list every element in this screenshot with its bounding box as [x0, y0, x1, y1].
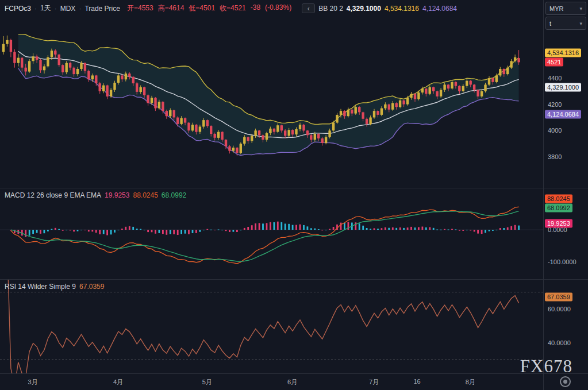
symbol-name[interactable]: FCPOc3	[5, 5, 31, 13]
price-pane[interactable]: FCPOc3 · 1天 · MDX · Trade Price 开=4553 高…	[0, 0, 543, 188]
unit-select-value: t	[549, 20, 551, 27]
macd-hist-badge: 19.9253	[545, 219, 572, 227]
time-axis-label: 8月	[466, 378, 475, 387]
macd-indicator-label[interactable]: MACD 12 26 close 9 EMA EMA	[5, 191, 101, 199]
close-value: 收=4521	[220, 3, 246, 13]
time-axis[interactable]: 3月4月5月6月7月168月	[0, 373, 543, 390]
ohlc-values: 开=4553 高=4614 低=4501 收=4521 -38 (-0.83%)	[127, 3, 291, 13]
rsi-indicator-label[interactable]: RSI 14 Wilder Simple 9	[5, 283, 76, 291]
price-tick-label: 4200	[548, 101, 562, 108]
collapse-legend-button[interactable]: ‹	[302, 3, 315, 13]
price-tick-label: 4000	[548, 127, 562, 134]
rsi-pane[interactable]: RSI 14 Wilder Simple 9 67.0359	[0, 279, 543, 373]
rsi-chart	[0, 279, 543, 373]
currency-select-value: MYR	[549, 5, 563, 12]
circle-dot-icon	[563, 380, 567, 384]
rsi-tick-label: 60.0000	[548, 306, 571, 312]
macd-line-badge: 88.0245	[545, 194, 572, 203]
time-axis-label: 4月	[113, 378, 123, 387]
open-value: 开=4553	[127, 3, 153, 13]
time-axis-label: 3月	[28, 378, 38, 387]
currency-select[interactable]: MYR ▾	[545, 2, 586, 15]
chevron-left-icon: ‹	[308, 5, 310, 13]
rsi-legend: RSI 14 Wilder Simple 9 67.0359	[5, 283, 104, 291]
bb-basis-value: 4,329.1000	[347, 5, 381, 13]
bb-indicator-label[interactable]: BB 20 2	[318, 5, 343, 13]
time-axis-label: 6月	[287, 378, 297, 387]
price-tick-label: 4400	[548, 75, 562, 82]
main-legend: FCPOc3 · 1天 · MDX · Trade Price 开=4553 高…	[5, 3, 457, 13]
price-tick-label: 3800	[548, 153, 562, 160]
legend-separator: ·	[34, 5, 37, 13]
unit-select[interactable]: t ▾	[545, 17, 586, 30]
macd-pane[interactable]: MACD 12 26 close 9 EMA EMA 19.9253 88.02…	[0, 188, 543, 279]
macd-signal-value: 68.0992	[162, 191, 186, 199]
bb-basis-badge: 4,329.1000	[545, 83, 581, 92]
macd-legend: MACD 12 26 close 9 EMA EMA 19.9253 88.02…	[5, 191, 186, 199]
low-value: 低=4501	[189, 3, 215, 13]
macd-signal-badge: 68.0992	[545, 203, 572, 212]
bb-upper-value: 4,534.1316	[385, 5, 419, 13]
price-type-label: Trade Price	[84, 5, 120, 13]
price-axis[interactable]: MYR ▾ t ▾ 44004200400038000.0000-100.000…	[543, 0, 588, 390]
time-axis-label: 5月	[202, 378, 212, 387]
exchange-label: MDX	[60, 5, 76, 13]
macd-hist-value: 19.9253	[105, 191, 129, 199]
legend-separator: ·	[79, 5, 81, 13]
time-axis-label: 16	[413, 378, 420, 385]
chevron-down-icon: ▾	[579, 21, 582, 26]
pane-divider[interactable]	[0, 188, 588, 188]
legend-separator: ·	[55, 5, 57, 13]
fx678-watermark: FX678	[520, 356, 572, 377]
last-price-badge: 4521	[545, 58, 563, 67]
chevron-down-icon: ▾	[579, 6, 582, 11]
bb-lower-badge: 4,124.0684	[545, 110, 581, 119]
bb-lower-value: 4,124.0684	[422, 5, 457, 13]
candlestick-chart	[0, 0, 543, 188]
rsi-value: 67.0359	[79, 283, 104, 291]
pane-divider	[0, 373, 588, 374]
rsi-tick-label: 40.0000	[548, 339, 571, 346]
time-axis-corner-button[interactable]	[560, 376, 571, 387]
change-value: -38	[251, 3, 260, 13]
interval-label[interactable]: 1天	[40, 3, 51, 13]
macd-line-value: 88.0245	[133, 191, 157, 199]
macd-tick-label: -100.0000	[548, 258, 577, 265]
rsi-value-badge: 67.0359	[545, 293, 572, 302]
macd-chart	[0, 188, 543, 279]
trading-chart-app: FCPOc3 · 1天 · MDX · Trade Price 开=4553 高…	[0, 0, 588, 390]
pane-divider[interactable]	[0, 279, 588, 280]
bb-upper-badge: 4,534.1316	[545, 49, 581, 57]
time-axis-label: 7月	[369, 378, 379, 387]
high-value: 高=4614	[158, 3, 185, 13]
change-percent-value: (-0.83%)	[265, 3, 291, 13]
